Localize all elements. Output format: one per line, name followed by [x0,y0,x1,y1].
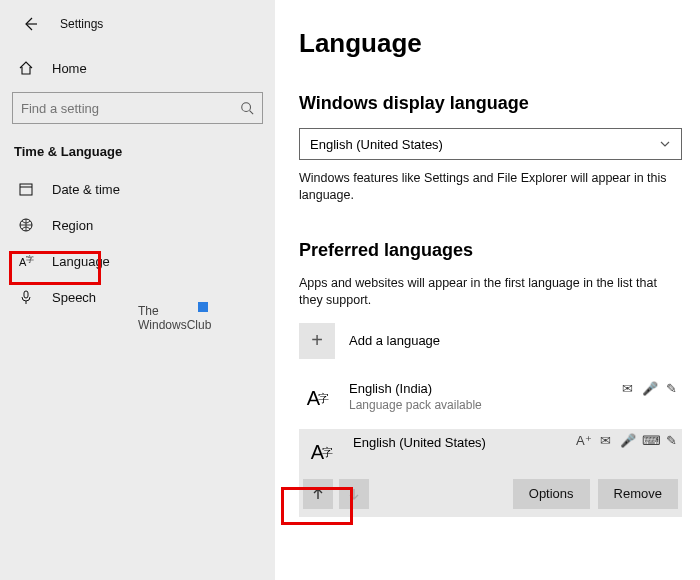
language-name: English (India) [349,381,482,396]
display-language-description: Windows features like Settings and File … [299,170,682,204]
options-button[interactable]: Options [513,479,590,509]
main-panel: Language Windows display language Englis… [281,0,700,580]
speech-icon: 🎤 [620,433,634,448]
language-option-buttons: Options Remove [513,479,678,509]
nav-item-label: Language [52,254,110,269]
search-box[interactable] [12,92,263,124]
move-down-button[interactable] [339,479,369,509]
watermark-line2: WindowsClub [138,318,211,332]
search-container [0,86,275,138]
language-glyph-icon: A字 [303,435,339,471]
nav-home[interactable]: Home [0,50,275,86]
move-up-button[interactable] [303,479,333,509]
svg-text:字: 字 [26,255,34,264]
preferred-languages-heading: Preferred languages [299,240,682,261]
add-language-label: Add a language [349,333,440,348]
text-to-speech-icon: ✉ [620,381,634,396]
add-language-button[interactable]: + [299,323,335,359]
language-feature-icons: ✉ 🎤 ✎ [620,381,678,396]
home-icon [18,60,34,76]
language-action-row: Options Remove [303,479,678,509]
language-feature-icons: A⁺ ✉ 🎤 ⌨ ✎ [576,433,678,448]
remove-button[interactable]: Remove [598,479,678,509]
nav-item-label: Date & time [52,182,120,197]
language-row-selected[interactable]: A字 English (United States) A⁺ ✉ 🎤 ⌨ ✎ Op… [299,429,682,517]
nav-item-label: Region [52,218,93,233]
calendar-icon [18,181,34,197]
watermark-logo [198,302,208,312]
globe-icon [18,217,34,233]
language-row[interactable]: A字 English (India) Language pack availab… [299,377,682,421]
search-icon [240,101,254,115]
app-title: Settings [60,17,103,31]
preferred-languages-description: Apps and websites will appear in the fir… [299,275,682,309]
text-to-speech-icon: ✉ [598,433,612,448]
language-subtext: Language pack available [349,398,482,412]
reorder-buttons [303,479,369,509]
window-header: Settings [0,12,275,50]
nav-item-label: Speech [52,290,96,305]
language-name: English (United States) [353,435,486,450]
section-heading: Time & Language [0,138,275,171]
svg-rect-5 [24,291,28,298]
display-language-heading: Windows display language [299,93,682,114]
nav-item-language[interactable]: A字 Language [0,243,275,279]
keyboard-icon: ⌨ [642,433,656,448]
microphone-icon [18,289,34,305]
chevron-down-icon [659,138,671,150]
svg-rect-1 [20,184,32,195]
handwriting-icon: ✎ [664,381,678,396]
display-language-dropdown[interactable]: English (United States) [299,128,682,160]
plus-icon: + [311,329,323,352]
nav-item-region[interactable]: Region [0,207,275,243]
language-info: English (India) Language pack available [349,381,482,412]
language-info: English (United States) [353,435,486,450]
speech-icon: 🎤 [642,381,656,396]
display-language-icon: A⁺ [576,433,590,448]
search-input[interactable] [21,101,221,116]
nav-item-date-time[interactable]: Date & time [0,171,275,207]
add-language-row[interactable]: + Add a language [299,323,682,359]
sidebar: Settings Home Time & Language Date & tim… [0,0,275,580]
watermark: The WindowsClub [138,304,211,333]
back-button[interactable] [18,12,42,36]
svg-point-0 [242,103,251,112]
language-icon: A字 [18,253,34,269]
language-glyph-icon: A字 [299,381,335,417]
nav-home-label: Home [52,61,87,76]
handwriting-icon: ✎ [664,433,678,448]
page-title: Language [299,28,682,59]
display-language-value: English (United States) [310,137,443,152]
